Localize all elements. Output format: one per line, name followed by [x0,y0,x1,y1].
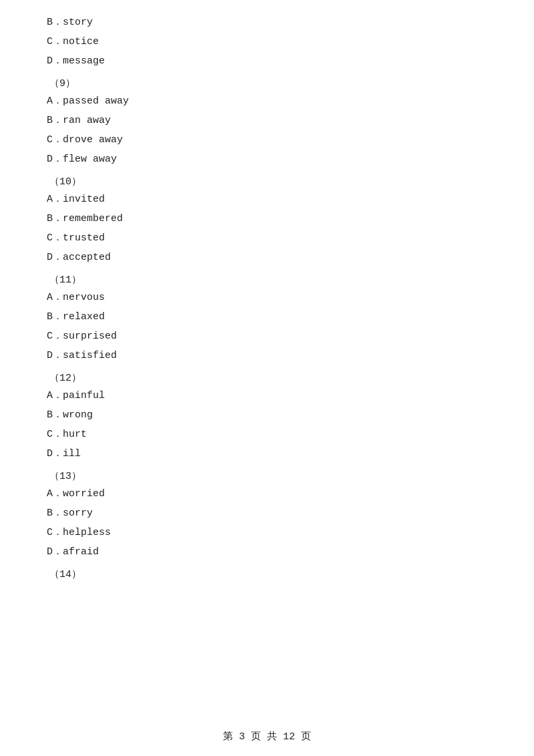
q10-option-b: B．remembered [47,210,487,228]
question-10-number: （10） [47,175,487,188]
q9-option-d: D．flew away [47,150,487,168]
option-b-story: B．story [47,13,487,31]
q9-option-a: A．passed away [47,92,487,110]
question-13-number: （13） [47,469,487,482]
q12-option-d: D．ill [47,445,487,463]
q9-option-c: C．drove away [47,131,487,149]
option-c-notice: C．notice [47,33,487,51]
q10-option-a: A．invited [47,190,487,208]
q10-option-d: D．accepted [47,248,487,266]
q12-option-b: B．wrong [47,406,487,424]
q11-option-b: B．relaxed [47,308,487,326]
q11-option-d: D．satisfied [47,347,487,365]
q13-option-d: D．afraid [47,543,487,561]
q11-option-a: A．nervous [47,289,487,307]
q11-option-c: C．surprised [47,327,487,345]
q13-option-c: C．helpless [47,524,487,542]
q13-option-a: A．worried [47,485,487,503]
q13-option-b: B．sorry [47,504,487,522]
q9-option-b: B．ran away [47,112,487,130]
page-footer: 第 3 页 共 12 页 [0,730,534,743]
main-content: B．story C．notice D．message （9） A．passed … [0,0,534,623]
question-9-number: （9） [47,77,487,89]
q10-option-c: C．trusted [47,229,487,247]
question-11-number: （11） [47,273,487,286]
option-d-message: D．message [47,52,487,70]
question-12-number: （12） [47,371,487,384]
q12-option-a: A．painful [47,387,487,405]
q12-option-c: C．hurt [47,425,487,443]
question-14-number: （14） [47,568,487,580]
